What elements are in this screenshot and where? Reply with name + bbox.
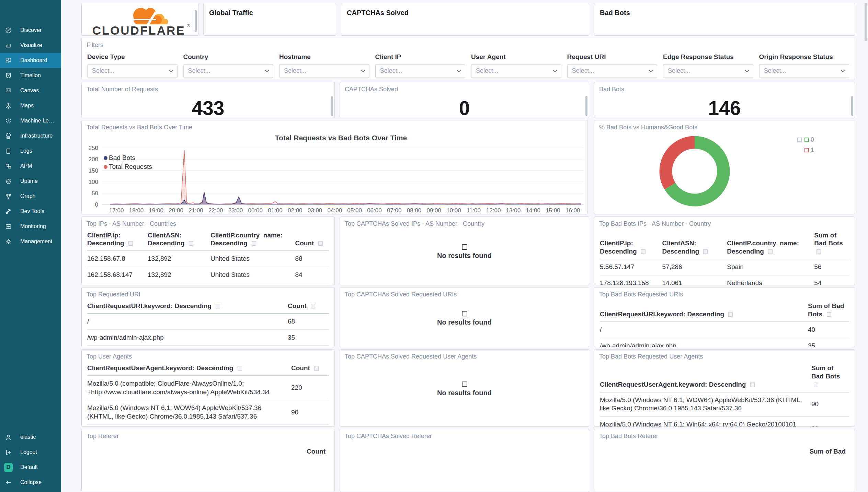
column-header[interactable]: ClientIP.country_name: Descending	[727, 229, 814, 259]
metric-panel-captchas-solved: CAPTCHAs Solved0	[340, 82, 589, 118]
sidebar-item-uptime[interactable]: Uptime	[0, 174, 61, 189]
filter-device-type-select[interactable]: Select...	[87, 64, 178, 78]
column-header[interactable]: ClientASN: Descending	[148, 229, 210, 251]
panel-scrollbar[interactable]	[851, 96, 853, 116]
sidebar-item-logs[interactable]: Logs	[0, 143, 61, 159]
column-header[interactable]: Sum of Bad Bots	[808, 300, 849, 322]
sidebar-item-graph[interactable]: Graph	[0, 189, 61, 204]
header-filter-square-icon	[311, 304, 315, 308]
document-lines-icon	[5, 148, 13, 154]
badbots-donut-panel: % Bad Bots vs Humans&Good Bots 01	[594, 120, 855, 214]
sidebar-item-default[interactable]: DDefault	[0, 460, 61, 475]
sidebar-item-maps[interactable]: Maps	[0, 98, 61, 113]
table-cell: 40	[808, 322, 849, 338]
filter-edge-response-status-select[interactable]: Select...	[663, 64, 753, 78]
donut-legend-item-0[interactable]: 0	[797, 136, 814, 143]
sidebar-item-collapse[interactable]: Collapse	[0, 475, 61, 490]
panel-scrollbar[interactable]	[585, 96, 587, 116]
filter-origin-response-status-select[interactable]: Select...	[759, 64, 849, 78]
filter-origin-response-status: Origin Response StatusSelect...	[759, 53, 849, 78]
filter-label: User Agent	[471, 53, 561, 61]
column-header[interactable]: Sum of Bad	[809, 448, 846, 455]
sidebar-item-timelion[interactable]: Timelion	[0, 68, 61, 83]
dashboard-main: CLOUDFLARE ® Global Traffic CAPTCHAs Sol…	[61, 0, 868, 492]
sidebar-item-monitoring[interactable]: Monitoring	[0, 219, 61, 234]
page-scrollbar[interactable]	[865, 3, 867, 41]
svg-text:00:00: 00:00	[248, 207, 263, 214]
column-header[interactable]: ClientRequestUserAgent.keyword: Descendi…	[87, 362, 291, 376]
table-cell: 20	[811, 417, 849, 427]
panel-scrollbar[interactable]	[195, 10, 197, 32]
filter-country-select[interactable]: Select...	[183, 64, 274, 78]
sidebar-item-machine-le[interactable]: Machine Le…	[0, 113, 61, 128]
no-results-message: No results found	[340, 244, 589, 260]
sidebar-item-management[interactable]: Management	[0, 234, 61, 249]
bar-chart-icon	[5, 42, 13, 49]
top-captchas-solved-ips-as-number-country-panel: Top CAPTCHAs Solved IPs - AS Number - Co…	[340, 216, 589, 285]
select-placeholder: Select...	[380, 67, 402, 74]
metric-panel-total-number-of-requests: Total Number of Requests433	[81, 82, 335, 118]
legend-filter-icon[interactable]	[797, 138, 802, 142]
panel-title: Top CAPTCHAs Solved Requested URIs	[345, 291, 457, 298]
data-table: ClientRequestUserAgent.keyword: Descendi…	[87, 362, 329, 425]
column-header[interactable]: Count	[295, 229, 329, 251]
column-header[interactable]: Count	[288, 300, 329, 314]
table-cell: 35	[808, 338, 849, 348]
table-cell: United States	[210, 251, 295, 267]
filter-user-agent-select[interactable]: Select...	[471, 64, 561, 78]
column-header[interactable]: ClientIP.ip: Descending	[87, 229, 148, 251]
column-header[interactable]: ClientIP.ip: Descending	[600, 229, 662, 259]
metric-panel-bad-bots: Bad Bots146	[594, 82, 855, 118]
column-header[interactable]: Count	[291, 362, 329, 376]
svg-text:CLOUDFLARE: CLOUDFLARE	[92, 24, 185, 36]
panel-scrollbar[interactable]	[331, 96, 333, 116]
sidebar-item-dashboard[interactable]: Dashboard	[0, 53, 61, 68]
panel-title: Top Referer	[87, 433, 119, 440]
legend-item-total-requests[interactable]: Total Requests	[104, 163, 152, 171]
metric-label: Bad Bots	[599, 86, 624, 93]
table-cell: United States	[210, 267, 295, 283]
table-cell: 220	[291, 376, 329, 400]
table-row: /wp-admin/admin-ajax.php35	[600, 338, 849, 348]
chart-legend: Bad BotsTotal Requests	[104, 154, 152, 172]
table-cell: /wp-admin/admin-ajax.php	[87, 330, 288, 346]
top-bad-bots-ips-as-number-country-panel: Top Bad Bots IPs - AS Number - CountryCl…	[594, 216, 855, 285]
donut-legend-item-1[interactable]: 1	[797, 147, 814, 154]
sidebar-item-infrastructure[interactable]: Infrastructure	[0, 128, 61, 143]
header-filter-square-icon	[750, 383, 755, 387]
sidebar-item-label: Dashboard	[20, 57, 47, 63]
column-header[interactable]: ClientRequestURI.keyword: Descending	[87, 300, 288, 314]
column-header[interactable]: ClientIP.country_name: Descending	[210, 229, 295, 251]
no-results-text: No results found	[340, 318, 589, 326]
sidebar-item-dev-tools[interactable]: Dev Tools	[0, 204, 61, 219]
legend-item-bad-bots[interactable]: Bad Bots	[104, 154, 152, 162]
svg-text:01:00: 01:00	[268, 207, 283, 214]
filters-title: Filters	[87, 42, 103, 49]
sidebar-item-label: Machine Le…	[20, 118, 54, 124]
metric-value: 0	[340, 97, 589, 118]
sidebar-item-elastic[interactable]: elastic	[0, 430, 61, 445]
filter-request-uri-select[interactable]: Select...	[567, 64, 658, 78]
column-header[interactable]: ClientRequestUserAgent.keyword: Descendi…	[600, 362, 811, 392]
column-header[interactable]: ClientASN: Descending	[662, 229, 727, 259]
column-header[interactable]: Count	[307, 448, 326, 455]
filter-client-ip-select[interactable]: Select...	[375, 64, 466, 78]
sidebar-item-canvas[interactable]: Canvas	[0, 83, 61, 98]
panel-title: Top CAPTCHAs Solved IPs - AS Number - Co…	[345, 220, 484, 227]
column-header[interactable]: ClientRequestURI.keyword: Descending	[600, 300, 808, 322]
cloudflare-cloud-icon	[133, 8, 168, 25]
sidebar-item-visualize[interactable]: Visualize	[0, 38, 61, 53]
sidebar-item-logout[interactable]: Logout	[0, 445, 61, 460]
column-header[interactable]: Sum of Bad Bots	[814, 229, 849, 259]
metric-value: 146	[594, 97, 855, 118]
filters-panel: Filters Device TypeSelect...CountrySelec…	[81, 38, 855, 80]
heartbeat-icon	[5, 223, 13, 230]
sidebar-nav: DiscoverVisualizeDashboardTimelionCanvas…	[0, 23, 61, 249]
table-cell: /wp-admin/admin-ajax.php	[600, 338, 808, 348]
sidebar-item-discover[interactable]: Discover	[0, 23, 61, 38]
filter-hostname-select[interactable]: Select...	[279, 64, 369, 78]
sidebar-item-apm[interactable]: APM	[0, 159, 61, 174]
svg-text:15:00: 15:00	[546, 207, 560, 214]
table-cell: /	[87, 314, 288, 330]
column-header[interactable]: Sum of Bad Bots	[811, 362, 849, 392]
